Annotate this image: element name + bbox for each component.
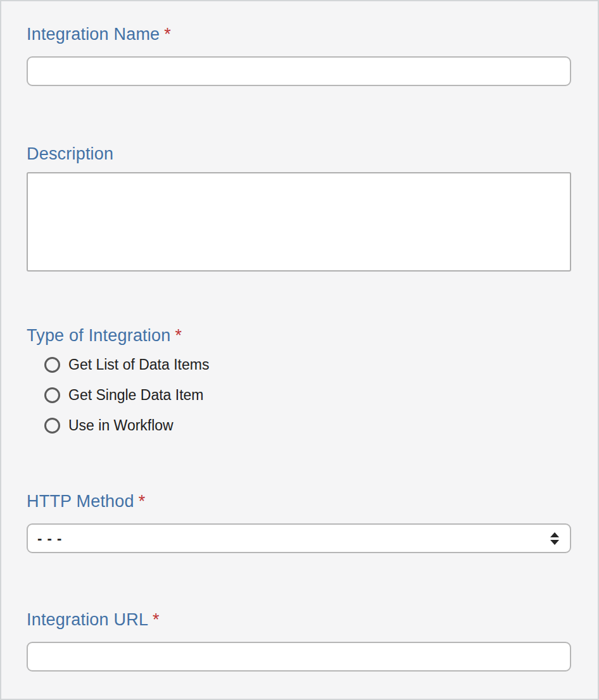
http-method-field-group: HTTP Method* - - - — [27, 491, 571, 553]
http-method-label-text: HTTP Method — [27, 492, 134, 511]
integration-form: Integration Name* Description Type of In… — [1, 1, 598, 672]
integration-name-label-text: Integration Name — [27, 25, 160, 44]
radio-option-label: Get List of Data Items — [68, 357, 209, 373]
http-method-select[interactable]: - - - — [27, 523, 571, 553]
radio-button-icon[interactable] — [44, 387, 60, 403]
integration-name-label: Integration Name* — [27, 24, 571, 45]
description-label: Description — [27, 144, 571, 165]
description-field-group: Description — [27, 144, 571, 272]
radio-option-label: Get Single Data Item — [68, 387, 204, 403]
description-textarea[interactable] — [27, 172, 571, 272]
type-of-integration-radio-group: Get List of Data Items Get Single Data I… — [27, 357, 571, 434]
integration-url-input[interactable] — [27, 642, 571, 672]
radio-option-get-list-of-data-items[interactable]: Get List of Data Items — [44, 357, 571, 373]
radio-option-use-in-workflow[interactable]: Use in Workflow — [44, 418, 571, 434]
radio-button-icon[interactable] — [44, 418, 60, 434]
integration-url-field-group: Integration URL* — [27, 609, 571, 672]
type-of-integration-label: Type of Integration* — [27, 325, 571, 346]
required-asterisk: * — [139, 492, 146, 511]
type-of-integration-field-group: Type of Integration* Get List of Data It… — [27, 325, 571, 434]
radio-option-get-single-data-item[interactable]: Get Single Data Item — [44, 387, 571, 403]
description-label-text: Description — [27, 144, 113, 163]
integration-url-label: Integration URL* — [27, 609, 571, 630]
required-asterisk: * — [175, 326, 182, 345]
integration-url-label-text: Integration URL — [27, 610, 148, 629]
arrow-up-icon — [550, 532, 559, 537]
radio-option-label: Use in Workflow — [68, 418, 173, 434]
required-asterisk: * — [153, 610, 160, 629]
select-updown-icon — [550, 532, 559, 545]
integration-name-field-group: Integration Name* — [27, 24, 571, 86]
integration-name-input[interactable] — [27, 56, 571, 86]
http-method-selected-value: - - - — [37, 530, 62, 547]
required-asterisk: * — [164, 25, 171, 44]
arrow-down-icon — [550, 540, 559, 545]
http-method-label: HTTP Method* — [27, 491, 571, 512]
radio-button-icon[interactable] — [44, 357, 60, 373]
type-of-integration-label-text: Type of Integration — [27, 326, 170, 345]
